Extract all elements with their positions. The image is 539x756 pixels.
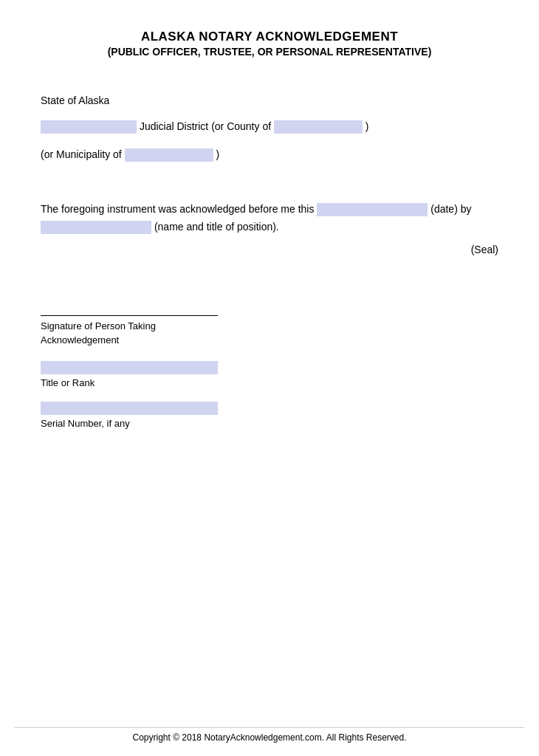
footer-text: Copyright © 2018 NotaryAcknowledgement.c…: [132, 732, 406, 743]
signature-label: Signature of Person Taking Acknowledgeme…: [41, 319, 498, 348]
foregoing-section: The foregoing instrument was acknowledge…: [41, 201, 498, 255]
state-text: State of Alaska: [41, 94, 109, 106]
signature-label-line2: Acknowledgement: [41, 334, 119, 346]
foregoing-name-label: (name and title of position).: [154, 221, 279, 233]
name-title-input[interactable]: [41, 221, 151, 234]
foregoing-text-part1: The foregoing instrument was acknowledge…: [41, 203, 314, 215]
signature-line: [41, 300, 218, 316]
foregoing-date-label: (date) by: [430, 203, 471, 215]
document-title: ALASKA NOTARY ACKNOWLEDGEMENT: [41, 30, 498, 44]
title-rank-label: Title or Rank: [41, 377, 498, 388]
district-suffix-text: ): [365, 120, 369, 132]
seal-area: (Seal): [41, 244, 498, 255]
serial-number-block: Serial Number, if any: [41, 402, 498, 429]
title-rank-input[interactable]: [41, 361, 218, 374]
district-prefix-label: Judicial District (or County of: [140, 120, 271, 132]
document: ALASKA NOTARY ACKNOWLEDGEMENT (PUBLIC OF…: [0, 0, 539, 756]
county-input[interactable]: [274, 120, 363, 134]
judicial-district-input[interactable]: [41, 120, 137, 134]
state-section: State of Alaska: [41, 94, 498, 106]
municipality-input[interactable]: [125, 148, 213, 162]
signature-label-line1: Signature of Person Taking: [41, 320, 156, 331]
signature-section: Signature of Person Taking Acknowledgeme…: [41, 300, 498, 429]
municipality-suffix-text: ): [216, 148, 219, 160]
date-input[interactable]: [317, 203, 428, 216]
foregoing-text: The foregoing instrument was acknowledge…: [41, 201, 498, 236]
seal-label: (Seal): [471, 244, 498, 255]
serial-number-label: Serial Number, if any: [41, 418, 498, 429]
document-header: ALASKA NOTARY ACKNOWLEDGEMENT (PUBLIC OF…: [41, 30, 498, 58]
title-rank-block: Title or Rank: [41, 361, 498, 388]
municipality-prefix-label: (or Municipality of: [41, 148, 122, 160]
document-subtitle: (PUBLIC OFFICER, TRUSTEE, OR PERSONAL RE…: [41, 46, 498, 58]
serial-number-input[interactable]: [41, 402, 218, 415]
district-line: Judicial District (or County of ): [41, 117, 498, 136]
footer: Copyright © 2018 NotaryAcknowledgement.c…: [15, 727, 524, 743]
municipality-line: (or Municipality of ): [41, 145, 498, 164]
